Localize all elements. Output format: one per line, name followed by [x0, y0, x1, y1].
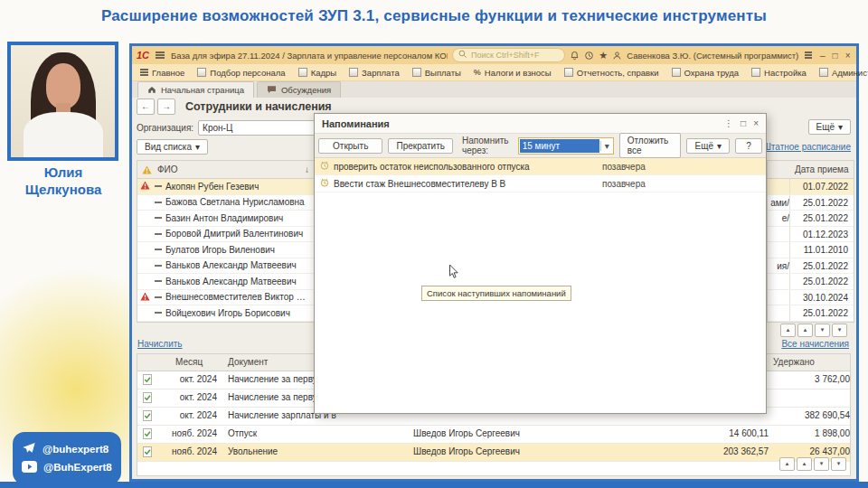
open-button[interactable]: Открыть — [318, 138, 382, 154]
1c-logo: 1С — [137, 50, 149, 61]
employees-fio-header[interactable]: ФИО ↓ — [137, 161, 314, 179]
page-up-button[interactable]: ▴ — [780, 324, 796, 337]
month-header[interactable]: Месяц — [175, 357, 203, 367]
hire-date-row[interactable]: е/25.01.2022 — [768, 211, 854, 227]
menu-item-8[interactable]: Охрана труда — [672, 68, 740, 78]
tab-home[interactable]: Начальная страница — [137, 81, 254, 98]
chevron-down-icon[interactable]: ▾ — [600, 141, 613, 151]
global-search-input[interactable]: Поиск Ctrl+Shift+F — [452, 48, 565, 62]
menu-item-6[interactable]: %Налоги и взносы — [474, 68, 552, 78]
dialog-more-button[interactable]: Ещё▾ — [686, 138, 730, 154]
page-up-button[interactable]: ▴ — [797, 457, 812, 471]
minimize-button[interactable]: – — [818, 51, 826, 61]
menu-item-9[interactable]: Настройка — [751, 68, 807, 78]
menu-item-3[interactable]: Кадры — [298, 68, 336, 78]
staffing-link[interactable]: Штатное расписание — [763, 142, 851, 152]
page-down-button[interactable]: ▾ — [814, 457, 829, 471]
menu-item-2[interactable]: Подбор персонала — [197, 68, 285, 78]
menu-item-7[interactable]: Отчетность, справки — [564, 68, 659, 78]
clipped-cell-text: ия/ — [768, 258, 789, 274]
reminder-text: Ввести стаж Внешнесовместителеву В В — [334, 179, 598, 189]
hire-date-row[interactable]: ами/25.01.2022 — [768, 195, 854, 211]
page-up-button[interactable]: ▴ — [797, 324, 813, 337]
maximize-button[interactable]: □ — [831, 51, 839, 61]
form-more-button[interactable]: Ещё▾ — [808, 119, 852, 135]
reminder-row[interactable]: Ввести стаж Внешнесовместителеву В Впоза… — [315, 175, 766, 192]
user-icon[interactable] — [612, 49, 622, 62]
history-icon[interactable] — [584, 49, 594, 62]
employee-row[interactable]: Базин Антон Владимирович — [137, 211, 314, 227]
employees-pager: ▴▴▾▾ — [780, 324, 847, 337]
hire-date-value: 01.12.2023 — [789, 227, 854, 242]
close-button[interactable]: × — [844, 51, 852, 61]
hire-date-row[interactable]: 11.01.2010 — [768, 242, 854, 258]
hire-date-row[interactable]: 30.10.2024 — [768, 290, 854, 306]
hire-date-value: 25.01.2022 — [789, 305, 854, 321]
dialog-close-icon[interactable]: × — [753, 118, 759, 128]
hire-date-value: 25.01.2022 — [789, 195, 854, 211]
menu-item-10[interactable]: Администрирование — [819, 68, 868, 78]
accrual-row[interactable]: нояб. 2024ОтпускШведов Игорь Сергеевич14… — [137, 426, 850, 444]
nav-forward-button[interactable]: → — [157, 99, 175, 115]
telegram-handle: @buhexpert8 — [42, 444, 108, 455]
notifications-bell-icon[interactable] — [570, 49, 580, 62]
accrual-row[interactable]: нояб. 2024УвольнениеШведов Игорь Сергеев… — [137, 444, 850, 462]
hire-date-row[interactable]: 25.01.2022 — [768, 274, 854, 290]
page-up-button[interactable]: ▴ — [779, 457, 795, 471]
view-list-button[interactable]: Вид списка▾ — [137, 139, 208, 155]
dialog-more-icon[interactable]: ⋮ — [724, 118, 733, 128]
dialog-titlebar: Напоминания ⋮ □ × — [315, 114, 766, 133]
window-title: База для эфира 27.11.2024 / Зарплата и у… — [171, 51, 448, 61]
hire-date-row[interactable]: 25.01.2022 — [768, 305, 854, 322]
dialog-title: Напоминания — [322, 118, 390, 129]
employee-name: Булатов Игорь Виленович — [165, 245, 275, 255]
main-menu-icon[interactable] — [154, 50, 166, 61]
menu-item-label: Отчетность, справки — [577, 68, 659, 78]
accrual-month: окт. 2024 — [150, 410, 217, 420]
clipped-cell-text — [768, 305, 789, 321]
employee-row[interactable]: Ваньков Александр Матвеевич — [137, 258, 314, 275]
employee-row[interactable]: Ваньков Александр Матвеевич — [137, 274, 314, 290]
withheld-header[interactable]: Удержано — [773, 357, 815, 367]
youtube-icon — [22, 461, 37, 474]
accrue-link[interactable]: Начислить — [137, 339, 183, 349]
employee-row[interactable]: Войцехович Игорь Борисович — [137, 305, 314, 322]
nav-back-button[interactable]: ← — [137, 99, 155, 115]
clipped-cell-text — [768, 242, 789, 258]
employee-row[interactable]: Булатов Игорь Виленович — [137, 242, 314, 258]
page-down-button[interactable]: ▾ — [815, 324, 830, 337]
chevron-down-icon: ▾ — [838, 122, 843, 132]
postpone-all-button[interactable]: Отложить все — [619, 133, 682, 158]
slide-title: Расширение возможностей ЗУП 3.1, сервисн… — [0, 7, 868, 25]
dialog-maximize-icon[interactable]: □ — [741, 118, 746, 128]
hire-date-row[interactable]: 01.12.2023 — [768, 227, 854, 243]
menu-item-1[interactable]: Главное — [140, 68, 184, 78]
employee-state-icon — [155, 185, 162, 187]
employee-state-icon — [155, 249, 162, 250]
taxes-icon: % — [474, 68, 481, 77]
tab-discussions[interactable]: Обсуждения — [257, 81, 341, 98]
webcam-video — [7, 42, 118, 161]
employee-row[interactable]: Акопян Рубен Гезевич — [137, 179, 314, 195]
employee-row[interactable]: Внешнесовместителев Виктор Викт... — [137, 290, 314, 306]
current-user[interactable]: Савенкова З.Ю. (Системный программист) — [627, 51, 798, 61]
reminder-row[interactable]: проверить остаток неиспользованного отпу… — [315, 158, 766, 175]
organization-field[interactable] — [198, 120, 325, 136]
remind-after-combobox[interactable]: 15 минут ▾ — [518, 137, 614, 155]
hire-date-row[interactable]: 01.07.2022 — [768, 179, 854, 195]
page-down-button[interactable]: ▾ — [831, 457, 846, 471]
document-header[interactable]: Документ — [228, 357, 268, 367]
hire-date-header[interactable]: Дата приема — [768, 161, 854, 179]
main-sections-icon — [140, 71, 148, 73]
service-menu-icon[interactable] — [803, 50, 814, 61]
all-accruals-link[interactable]: Все начисления — [781, 339, 849, 349]
menu-item-4[interactable]: Зарплата — [349, 68, 400, 78]
favorites-icon[interactable]: ★ — [599, 49, 608, 62]
menu-item-5[interactable]: Выплаты — [412, 68, 461, 78]
employee-row[interactable]: Боровой Дмитрий Валентинович — [137, 227, 314, 243]
page-down-button[interactable]: ▾ — [832, 324, 847, 337]
stop-button[interactable]: Прекратить — [388, 138, 453, 154]
hire-date-row[interactable]: ия/25.01.2022 — [768, 258, 854, 275]
help-button[interactable]: ? — [735, 138, 762, 154]
employee-row[interactable]: Бажова Светлана Нурисламовна — [137, 195, 314, 211]
